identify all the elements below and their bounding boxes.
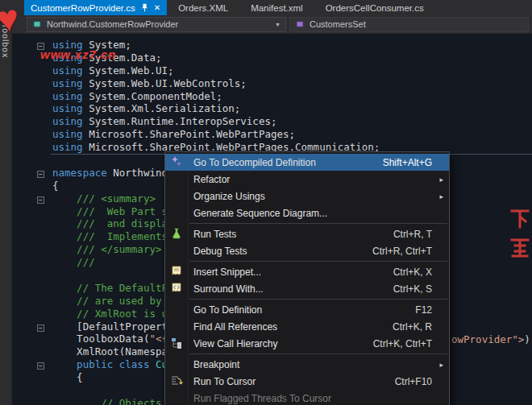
menu-item-label: Organize Usings: [193, 191, 443, 202]
run-to-cursor-icon: [170, 374, 183, 387]
menu-item-surround-with[interactable]: Surround With...Ctrl+K, S: [165, 280, 449, 297]
menu-item-go-to-decompiled-definition[interactable]: Go To Decompiled DefinitionShift+Alt+G: [165, 154, 449, 171]
menu-item-label: Run Flagged Threads To Cursor: [193, 393, 443, 404]
menu-item-refactor[interactable]: Refactor▸: [165, 171, 449, 188]
fold-column: [12, 115, 52, 128]
submenu-arrow-icon: ▸: [439, 192, 443, 200]
run-tests-icon: [170, 227, 183, 240]
navigation-bar: Northwind.CustomerRowProvider ▼ Customer…: [12, 15, 532, 34]
surround-with-icon: [170, 282, 183, 295]
menu-item-debug-tests[interactable]: Debug TestsCtrl+R, Ctrl+T: [165, 242, 449, 259]
menu-item-breakpoint[interactable]: Breakpoint▸: [165, 356, 449, 373]
code-text: public class Cus: [52, 358, 174, 371]
code-line: using System.Xml.Serialization;: [12, 102, 532, 115]
menu-separator: [189, 261, 447, 262]
member-icon: [295, 19, 305, 29]
chevron-down-icon: ▼: [275, 22, 281, 27]
menu-item-label: View Call Hierarchy: [193, 338, 373, 349]
code-text: // The DefaultPr: [52, 282, 174, 295]
submenu-arrow-icon: ▸: [439, 176, 443, 184]
fold-column: [12, 269, 52, 282]
menu-item-find-all-references[interactable]: Find All ReferencesCtrl+K, R: [165, 318, 449, 335]
tab-label: CustomerRowProvider.cs: [31, 3, 135, 13]
fold-column: [12, 308, 52, 320]
menu-separator: [189, 353, 447, 354]
code-text: [DefaultProperty(: [52, 320, 180, 333]
code-text: // are used by d: [52, 295, 174, 308]
fold-column: [12, 295, 52, 308]
fold-toggle-icon[interactable]: −: [37, 362, 44, 370]
code-line: using System.ComponentModel;: [12, 90, 532, 103]
code-text: ToolboxData("<{0: [52, 333, 174, 345]
menu-item-label: Go To Decompiled Definition: [193, 157, 383, 168]
code-text: /// and display: [52, 217, 174, 230]
code-text: using System.Runtime.InteropServices;: [52, 115, 276, 128]
fold-column: [12, 345, 52, 358]
fold-column: [12, 205, 52, 218]
code-text: // Objects u: [52, 397, 174, 405]
tab-customerrowprovider-cs[interactable]: CustomerRowProvider.cs✕: [24, 0, 167, 15]
fold-column: [12, 397, 52, 405]
code-text: using System.Web.UI;: [52, 64, 174, 77]
code-text: namespace Northwind: [52, 167, 168, 180]
code-text: {: [52, 180, 59, 192]
pin-icon[interactable]: [140, 3, 149, 12]
code-text: /// </summary>: [52, 243, 161, 256]
code-line: using System.Runtime.InteropServices;: [12, 115, 532, 128]
member-dropdown-label: CustomersSet: [310, 19, 523, 29]
menu-separator: [189, 299, 447, 300]
menu-item-label: Go To Definition: [193, 304, 415, 316]
menu-item-label: Surround With...: [193, 283, 393, 295]
menu-item-shortcut: Ctrl+K, S: [393, 283, 432, 295]
fold-column: [12, 90, 52, 103]
tab-label: Orders.XML: [178, 3, 228, 13]
close-icon[interactable]: ✕: [154, 4, 160, 12]
fold-column: [12, 384, 52, 397]
fold-toggle-icon[interactable]: −: [37, 324, 44, 332]
menu-item-shortcut: Ctrl+F10: [395, 376, 432, 387]
fold-column: [12, 243, 52, 256]
menu-item-view-call-hierarchy[interactable]: View Call HierarchyCtrl+K, Ctrl+T: [165, 335, 449, 352]
menu-item-run-flagged-threads-to-cursor[interactable]: Run Flagged Threads To Cursor: [165, 390, 449, 405]
tab-manifest-xml[interactable]: Manifest.xml: [239, 0, 314, 15]
fold-column: [12, 371, 52, 384]
menu-item-shortcut: Ctrl+K, X: [393, 267, 432, 278]
fold-column: [12, 77, 52, 90]
fold-toggle-icon[interactable]: −: [37, 171, 44, 178]
code-line: using System.Web.UI.WebControls;: [12, 77, 532, 90]
menu-item-run-to-cursor[interactable]: Run To CursorCtrl+F10: [165, 373, 449, 390]
fold-column: [12, 333, 52, 345]
code-text: using Microsoft.SharePoint.WebPartPages;: [52, 128, 295, 141]
context-menu: Go To Decompiled DefinitionShift+Alt+GRe…: [164, 151, 450, 405]
type-dropdown-label: Northwind.CustomerRowProvider: [47, 19, 270, 29]
type-dropdown[interactable]: Northwind.CustomerRowProvider ▼: [27, 17, 286, 32]
code-text: XmlRoot(Namespac: [52, 345, 174, 358]
menu-item-shortcut: F12: [415, 304, 432, 316]
menu-item-label: Breakpoint: [193, 359, 443, 370]
tab-label: OrdersCellConsumer.cs: [326, 3, 424, 13]
menu-item-organize-usings[interactable]: Organize Usings▸: [165, 188, 449, 205]
menu-separator: [189, 223, 447, 224]
tab-bar: CustomerRowProvider.cs✕Orders.XMLManifes…: [0, 0, 532, 15]
menu-item-shortcut: Ctrl+K, Ctrl+T: [373, 338, 432, 349]
fold-column: −: [12, 167, 52, 180]
menu-item-generate-sequence-diagram[interactable]: Generate Sequence Diagram...: [165, 205, 449, 221]
code-text: using System.Xml.Serialization;: [52, 102, 240, 115]
code-text: // XmlRoot is us: [52, 308, 174, 320]
menu-item-shortcut: Shift+Alt+G: [383, 157, 432, 168]
code-line: using Microsoft.SharePoint.WebPartPages;: [12, 128, 532, 141]
fold-toggle-icon[interactable]: −: [37, 196, 44, 204]
menu-item-insert-snippet[interactable]: Insert Snippet...Ctrl+K, X: [165, 263, 449, 280]
insert-snippet-icon: [170, 265, 183, 278]
tab-orderscellconsumer-cs[interactable]: OrdersCellConsumer.cs: [314, 0, 435, 15]
tab-orders-xml[interactable]: Orders.XML: [167, 0, 239, 15]
code-text: {: [52, 371, 83, 384]
menu-item-go-to-definition[interactable]: Go To DefinitionF12: [165, 301, 449, 318]
menu-item-run-tests[interactable]: Run TestsCtrl+R, T: [165, 225, 449, 242]
member-dropdown[interactable]: CustomersSet: [289, 17, 529, 32]
menu-item-shortcut: Ctrl+K, R: [393, 321, 432, 333]
menu-item-shortcut: Ctrl+R, Ctrl+T: [372, 246, 432, 257]
code-fragment-right: owProvider">),: [451, 333, 532, 346]
fold-column: [12, 141, 52, 154]
fold-column: [12, 256, 52, 269]
